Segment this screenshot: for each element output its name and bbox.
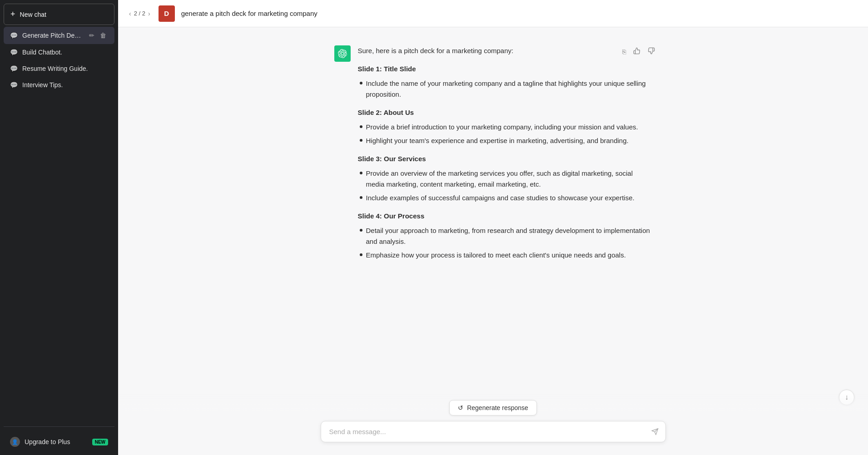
sidebar-item-label: Generate Pitch Deck. bbox=[22, 32, 83, 39]
bullet-item: Provide a brief introduction to your mar… bbox=[358, 122, 652, 133]
sidebar-footer: 👤 Upgrade to Plus NEW bbox=[4, 426, 114, 451]
thumbsup-button[interactable] bbox=[631, 45, 642, 58]
bullet-dot bbox=[360, 253, 362, 256]
plus-icon: + bbox=[10, 10, 15, 19]
chat-icon: 💬 bbox=[10, 32, 18, 39]
sidebar-item-build-chatbot[interactable]: 💬 Build Chatbot. bbox=[4, 44, 114, 60]
bullet-text: Highlight your team's experience and exp… bbox=[366, 135, 629, 146]
bullet-text: Include the name of your marketing compa… bbox=[366, 78, 652, 100]
send-button[interactable] bbox=[650, 426, 660, 439]
header-title: generate a pitch deck for marketing comp… bbox=[181, 10, 317, 17]
upgrade-label: Upgrade to Plus bbox=[25, 438, 70, 445]
upgrade-button[interactable]: 👤 Upgrade to Plus NEW bbox=[4, 432, 114, 451]
sidebar: + New chat 💬 Generate Pitch Deck. ✏ 🗑 💬 … bbox=[0, 0, 118, 455]
bullet-text: Detail your approach to marketing, from … bbox=[366, 225, 652, 247]
message-actions: ⎘ bbox=[620, 45, 657, 58]
chat-icon: 💬 bbox=[10, 65, 18, 72]
next-arrow[interactable]: › bbox=[146, 9, 152, 18]
prev-arrow[interactable]: ‹ bbox=[127, 9, 133, 18]
bullet-item: Emphasize how your process is tailored t… bbox=[358, 250, 652, 261]
input-wrapper bbox=[321, 421, 666, 444]
nav-arrows: ‹ 2 / 2 › bbox=[127, 9, 152, 18]
bullet-item: Include the name of your marketing compa… bbox=[358, 78, 652, 100]
bullet-item: Provide an overview of the marketing ser… bbox=[358, 168, 652, 190]
copy-button[interactable]: ⎘ bbox=[620, 45, 628, 58]
message-content: Sure, here is a pitch deck for a marketi… bbox=[358, 45, 652, 263]
regenerate-icon: ↺ bbox=[458, 404, 463, 411]
bullet-item: Highlight your team's experience and exp… bbox=[358, 135, 652, 146]
bullet-dot bbox=[360, 139, 362, 142]
sidebar-item-resume-writing-guide[interactable]: 💬 Resume Writing Guide. bbox=[4, 60, 114, 77]
slide-1-heading: Slide 1: Title Slide bbox=[358, 64, 652, 74]
bullet-text: Include examples of successful campaigns… bbox=[366, 193, 635, 203]
input-area: ↺ Regenerate response bbox=[118, 393, 868, 455]
user-avatar: D bbox=[159, 5, 175, 22]
bullet-dot bbox=[360, 82, 362, 84]
sidebar-item-generate-pitch-deck[interactable]: 💬 Generate Pitch Deck. ✏ 🗑 bbox=[4, 27, 114, 44]
new-chat-label: New chat bbox=[20, 11, 46, 18]
main-content: ‹ 2 / 2 › D generate a pitch deck for ma… bbox=[118, 0, 868, 455]
bullet-text: Provide a brief introduction to your mar… bbox=[366, 122, 638, 133]
header: ‹ 2 / 2 › D generate a pitch deck for ma… bbox=[118, 0, 868, 27]
bullet-text: Provide an overview of the marketing ser… bbox=[366, 168, 652, 190]
chat-area[interactable]: Sure, here is a pitch deck for a marketi… bbox=[118, 27, 868, 455]
message-intro: Sure, here is a pitch deck for a marketi… bbox=[358, 45, 652, 56]
regenerate-button[interactable]: ↺ Regenerate response bbox=[449, 400, 537, 415]
new-badge: NEW bbox=[92, 439, 108, 445]
slide-3-heading: Slide 3: Our Services bbox=[358, 153, 652, 164]
nav-counter: 2 / 2 bbox=[134, 10, 145, 17]
user-icon: 👤 bbox=[10, 437, 20, 447]
bullet-item: Include examples of successful campaigns… bbox=[358, 193, 652, 203]
regenerate-label: Regenerate response bbox=[467, 404, 528, 411]
sidebar-item-interview-tips[interactable]: 💬 Interview Tips. bbox=[4, 77, 114, 93]
slide-3-bullets: Provide an overview of the marketing ser… bbox=[358, 168, 652, 203]
chat-icon: 💬 bbox=[10, 81, 18, 89]
slide-4-bullets: Detail your approach to marketing, from … bbox=[358, 225, 652, 261]
delete-button[interactable]: 🗑 bbox=[98, 31, 108, 40]
bullet-dot bbox=[360, 125, 362, 128]
item-actions: ✏ 🗑 bbox=[87, 31, 108, 40]
bullet-text: Emphasize how your process is tailored t… bbox=[366, 250, 626, 261]
slide-4-heading: Slide 4: Our Process bbox=[358, 211, 652, 222]
slide-2-bullets: Provide a brief introduction to your mar… bbox=[358, 122, 652, 146]
chat-icon: 💬 bbox=[10, 49, 18, 56]
sidebar-item-label: Resume Writing Guide. bbox=[22, 65, 108, 72]
bullet-dot bbox=[360, 196, 362, 199]
bullet-dot bbox=[360, 172, 362, 174]
new-chat-button[interactable]: + New chat bbox=[4, 4, 114, 25]
bullet-item: Detail your approach to marketing, from … bbox=[358, 225, 652, 247]
ai-avatar bbox=[334, 45, 351, 62]
thumbsdown-button[interactable] bbox=[646, 45, 657, 58]
slide-1-bullets: Include the name of your marketing compa… bbox=[358, 78, 652, 100]
send-icon bbox=[651, 428, 659, 437]
message-wrapper: Sure, here is a pitch deck for a marketi… bbox=[334, 45, 652, 263]
sidebar-item-label: Interview Tips. bbox=[22, 81, 108, 89]
edit-button[interactable]: ✏ bbox=[87, 31, 96, 40]
message-input[interactable] bbox=[321, 421, 666, 442]
bullet-dot bbox=[360, 229, 362, 232]
sidebar-item-label: Build Chatbot. bbox=[22, 49, 108, 56]
message-container: Sure, here is a pitch deck for a marketi… bbox=[321, 36, 666, 272]
slide-2-heading: Slide 2: About Us bbox=[358, 107, 652, 118]
